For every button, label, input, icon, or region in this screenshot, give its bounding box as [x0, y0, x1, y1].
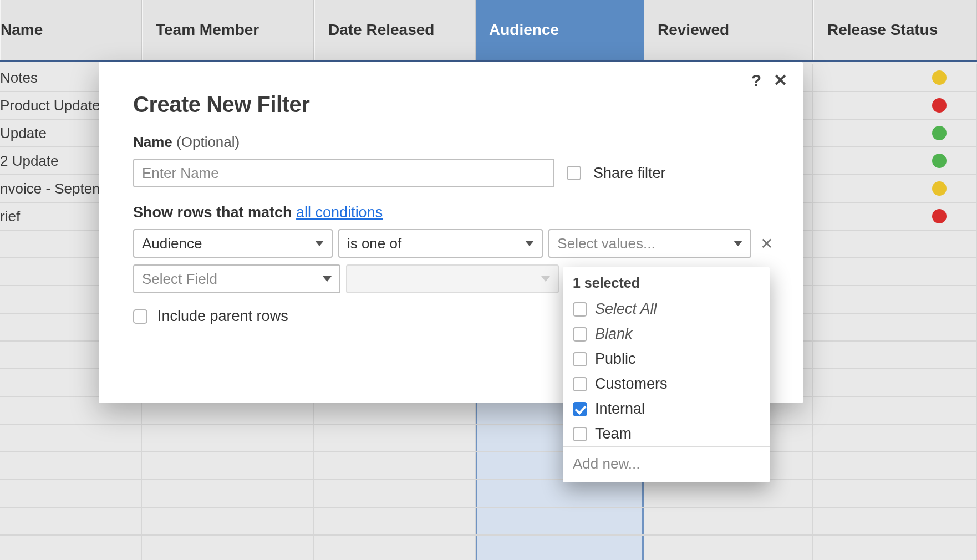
- cell-name[interactable]: [0, 452, 142, 479]
- option-label: Select All: [595, 301, 657, 318]
- close-icon[interactable]: ✕: [774, 72, 787, 89]
- status-dot-icon: [932, 209, 947, 223]
- dropdown-option[interactable]: Select All: [563, 297, 770, 322]
- cell-status[interactable]: [813, 92, 977, 119]
- filter-operator-select[interactable]: is one of: [338, 229, 543, 258]
- column-header-name[interactable]: Name: [0, 0, 142, 60]
- cell[interactable]: [142, 480, 314, 507]
- cell[interactable]: [314, 480, 476, 507]
- option-checkbox[interactable]: [573, 377, 587, 391]
- column-header-team-member[interactable]: Team Member: [142, 0, 314, 60]
- status-dot-icon: [932, 98, 947, 113]
- cell[interactable]: [476, 508, 644, 534]
- status-dot-icon: [932, 70, 947, 85]
- cell-name[interactable]: [0, 508, 142, 534]
- chevron-down-icon: [734, 241, 742, 246]
- values-dropdown: 1 selected Select AllBlankPublicCustomer…: [563, 267, 770, 482]
- option-checkbox[interactable]: [573, 402, 587, 416]
- option-checkbox[interactable]: [573, 427, 587, 441]
- share-filter-checkbox[interactable]: [567, 166, 581, 180]
- cell[interactable]: [476, 536, 644, 560]
- filter-field-select-empty[interactable]: Select Field: [133, 264, 340, 293]
- cell[interactable]: [644, 536, 813, 560]
- match-mode-link[interactable]: all conditions: [296, 204, 383, 221]
- cell-status[interactable]: [813, 175, 977, 202]
- cell[interactable]: [142, 536, 314, 560]
- name-field-label: Name (Optional): [133, 134, 776, 151]
- chevron-down-icon: [525, 241, 534, 246]
- filter-field-select[interactable]: Audience: [133, 229, 333, 258]
- cell-status[interactable]: [813, 258, 977, 285]
- column-header-label: Date Released: [328, 21, 434, 39]
- cell-status[interactable]: [813, 120, 977, 146]
- match-prefix: Show rows that match: [133, 204, 292, 221]
- column-header-reviewed[interactable]: Reviewed: [644, 0, 813, 60]
- table-row[interactable]: [0, 480, 977, 508]
- dropdown-option[interactable]: Public: [563, 347, 770, 371]
- cell-status[interactable]: [813, 286, 977, 313]
- option-checkbox[interactable]: [573, 352, 587, 366]
- table-row[interactable]: [0, 452, 977, 480]
- option-checkbox[interactable]: [573, 327, 587, 342]
- cell-status[interactable]: [813, 64, 977, 91]
- cell-status[interactable]: [813, 369, 977, 396]
- include-parent-checkbox[interactable]: [133, 309, 147, 324]
- remove-condition-icon[interactable]: ✕: [757, 235, 776, 253]
- dropdown-selected-count: 1 selected: [563, 275, 770, 297]
- cell[interactable]: [644, 508, 813, 534]
- cell-status[interactable]: [813, 231, 977, 257]
- status-dot-icon: [932, 126, 947, 140]
- cell-status[interactable]: [813, 508, 977, 534]
- cell[interactable]: [314, 508, 476, 534]
- share-filter-label: Share filter: [593, 165, 666, 182]
- dropdown-option[interactable]: Blank: [563, 322, 770, 347]
- column-header-label: Release Status: [827, 21, 938, 39]
- name-label-optional: (Optional): [176, 134, 240, 150]
- filter-operator-select-disabled: [346, 264, 559, 293]
- cell-status[interactable]: [813, 147, 977, 174]
- cell[interactable]: [314, 452, 476, 479]
- cell[interactable]: [142, 508, 314, 534]
- filter-values-select[interactable]: Select values...: [548, 229, 751, 258]
- cell[interactable]: [142, 425, 314, 451]
- filter-name-input[interactable]: [133, 159, 554, 187]
- cell-status[interactable]: [813, 480, 977, 507]
- chevron-down-icon: [315, 241, 324, 246]
- table-row[interactable]: [0, 425, 977, 452]
- column-header-audience[interactable]: Audience: [476, 0, 644, 60]
- chevron-down-icon: [323, 276, 332, 282]
- option-label: Internal: [595, 400, 645, 418]
- cell[interactable]: [644, 480, 813, 507]
- cell[interactable]: [476, 480, 644, 507]
- cell-status[interactable]: [813, 425, 977, 451]
- cell[interactable]: [314, 425, 476, 451]
- help-icon[interactable]: ?: [751, 72, 761, 89]
- dropdown-option[interactable]: Internal: [563, 396, 770, 421]
- option-label: Customers: [595, 375, 668, 393]
- cell-name[interactable]: [0, 536, 142, 560]
- table-row[interactable]: [0, 508, 977, 536]
- cell-name[interactable]: [0, 480, 142, 507]
- column-header-label: Team Member: [156, 21, 259, 39]
- status-dot-icon: [932, 181, 947, 196]
- cell-status[interactable]: [813, 342, 977, 368]
- cell-name[interactable]: [0, 425, 142, 451]
- cell-status[interactable]: [813, 536, 977, 560]
- cell[interactable]: [314, 536, 476, 560]
- dropdown-option[interactable]: Team: [563, 421, 770, 446]
- chevron-down-icon: [541, 276, 550, 282]
- cell-status[interactable]: [813, 203, 977, 230]
- dropdown-add-new[interactable]: Add new...: [563, 446, 770, 482]
- table-row[interactable]: [0, 536, 977, 560]
- filter-field-value: Audience: [142, 235, 202, 252]
- column-header-date-released[interactable]: Date Released: [314, 0, 476, 60]
- cell-status[interactable]: [813, 397, 977, 424]
- dropdown-option[interactable]: Customers: [563, 371, 770, 396]
- option-checkbox[interactable]: [573, 302, 587, 317]
- column-header-label: Reviewed: [658, 21, 729, 39]
- cell-status[interactable]: [813, 452, 977, 479]
- column-header-release-status[interactable]: Release Status: [813, 0, 977, 60]
- status-dot-icon: [932, 154, 947, 168]
- cell-status[interactable]: [813, 314, 977, 340]
- cell[interactable]: [142, 452, 314, 479]
